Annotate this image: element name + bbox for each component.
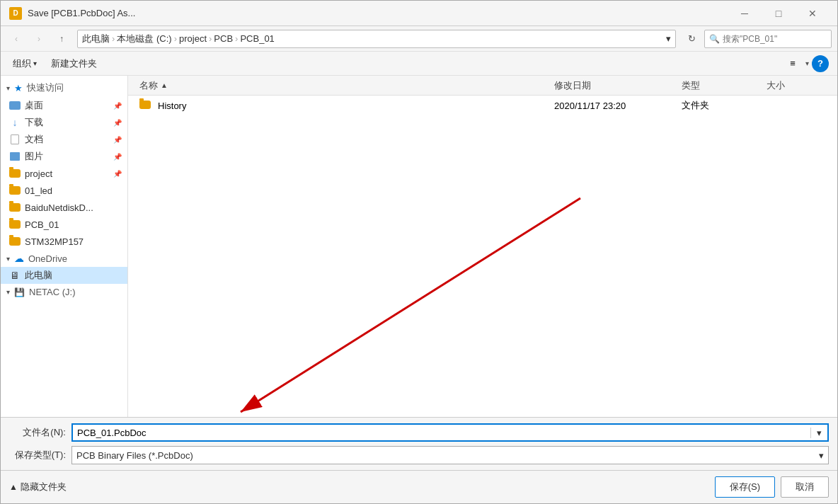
title-bar: D Save [PCB1.PcbDoc] As... ─ □ ✕: [1, 1, 837, 26]
breadcrumb-project[interactable]: project: [179, 33, 207, 44]
col-header-name[interactable]: 名称 ▲: [134, 79, 549, 92]
file-rows: History 2020/11/17 23:20 文件夹: [128, 96, 837, 417]
col-name-label: 名称: [139, 79, 158, 92]
filename-row: 文件名(N): ▾: [9, 423, 829, 442]
sidebar-item-baidu[interactable]: BaiduNetdiskD...: [1, 199, 127, 216]
organize-button[interactable]: 组织 ▾: [9, 55, 40, 72]
filename-label: 文件名(N):: [9, 426, 66, 439]
folder-history-icon: [139, 101, 154, 111]
chevron-up-icon: ▲: [9, 482, 18, 492]
filetype-dropdown-arrow: ▾: [819, 450, 824, 461]
search-box[interactable]: 🔍: [704, 30, 832, 48]
sidebar-item-desktop[interactable]: 桌面 📌: [1, 97, 127, 114]
quick-access-header[interactable]: ▾ ★ 快速访问: [1, 79, 127, 97]
onedrive-header[interactable]: ▾ ☁ OneDrive: [1, 250, 127, 267]
cancel-button[interactable]: 取消: [781, 476, 829, 498]
sidebar-image-label: 图片: [25, 150, 43, 163]
maximize-button[interactable]: □: [762, 4, 795, 23]
filename-dropdown-arrow[interactable]: ▾: [810, 428, 827, 438]
minimize-button[interactable]: ─: [728, 4, 761, 23]
new-folder-button[interactable]: 新建文件夹: [46, 55, 102, 72]
bottom-bar: 文件名(N): ▾ 保存类型(T): PCB Binary Files (*.P…: [1, 417, 837, 470]
footer-buttons: 保存(S) 取消: [715, 476, 829, 498]
pin-icon-download: 📌: [113, 119, 122, 127]
refresh-button[interactable]: ↻: [682, 30, 701, 48]
netac-chevron: ▾: [6, 288, 10, 296]
filetype-label: 保存类型(T):: [9, 449, 66, 462]
sidebar-item-download[interactable]: ↓ 下载 📌: [1, 114, 127, 131]
sidebar: ▾ ★ 快速访问 桌面 📌 ↓ 下载 📌: [1, 76, 128, 417]
footer-bar: ▲ 隐藏文件夹 保存(S) 取消: [1, 470, 837, 503]
pin-icon-image: 📌: [113, 153, 122, 161]
folder-01led-icon: [9, 185, 21, 196]
back-button[interactable]: ‹: [6, 30, 26, 48]
download-icon: ↓: [9, 117, 21, 128]
sidebar-document-label: 文档: [25, 133, 43, 146]
filename-input[interactable]: [73, 428, 810, 438]
folder-pcb01-icon: [9, 219, 21, 230]
sidebar-item-pcb01[interactable]: PCB_01: [1, 216, 127, 233]
search-input[interactable]: [723, 34, 827, 44]
sidebar-download-label: 下载: [25, 116, 43, 129]
sidebar-item-01led[interactable]: 01_led: [1, 182, 127, 199]
up-button[interactable]: ↑: [52, 30, 71, 48]
netac-header[interactable]: ▾ 💾 NETAC (J:): [1, 284, 127, 300]
action-bar: 组织 ▾ 新建文件夹 ≡ ▾ ?: [1, 52, 837, 76]
filetype-value: PCB Binary Files (*.PcbDoc): [76, 450, 193, 461]
breadcrumb-pcb01[interactable]: PCB_01: [240, 33, 274, 44]
help-button[interactable]: ?: [812, 55, 829, 72]
close-button[interactable]: ✕: [796, 4, 829, 23]
pin-icon-desktop: 📌: [113, 102, 122, 110]
col-header-size[interactable]: 大小: [761, 79, 832, 92]
folder-baidu-icon: [9, 202, 21, 213]
pin-icon-project: 📌: [113, 170, 122, 178]
sidebar-item-computer[interactable]: 🖥 此电脑: [1, 267, 127, 284]
folder-stm32-icon: [9, 236, 21, 247]
netac-label: NETAC (J:): [29, 287, 75, 297]
onedrive-label: OneDrive: [28, 253, 67, 264]
col-header-type[interactable]: 类型: [676, 79, 761, 92]
organize-dropdown-icon: ▾: [33, 59, 37, 67]
table-row[interactable]: History 2020/11/17 23:20 文件夹: [128, 96, 837, 115]
save-button[interactable]: 保存(S): [715, 476, 775, 498]
col-header-date[interactable]: 修改日期: [549, 79, 676, 92]
breadcrumb-drive[interactable]: 本地磁盘 (C:): [117, 33, 171, 45]
breadcrumb-computer[interactable]: 此电脑: [82, 33, 110, 45]
onedrive-chevron: ▾: [6, 255, 10, 263]
file-type: 文件夹: [676, 99, 761, 112]
forward-button[interactable]: ›: [29, 30, 49, 48]
breadcrumb-pcb[interactable]: PCB: [214, 33, 233, 44]
breadcrumb[interactable]: 此电脑 › 本地磁盘 (C:) › project › PCB › PCB_01…: [77, 30, 676, 48]
filename-input-container: ▾: [71, 423, 829, 442]
filetype-select[interactable]: PCB Binary Files (*.PcbDoc) ▾: [71, 446, 829, 464]
sidebar-item-image[interactable]: 图片 📌: [1, 148, 127, 165]
sidebar-01led-label: 01_led: [25, 185, 52, 196]
hide-files-label: 隐藏文件夹: [21, 481, 67, 493]
sidebar-item-stm32[interactable]: STM32MP157: [1, 233, 127, 250]
quick-access-star-icon: ★: [14, 83, 23, 93]
document-icon: [9, 134, 21, 145]
file-date: 2020/11/17 23:20: [549, 101, 676, 111]
sidebar-item-document[interactable]: 文档 📌: [1, 131, 127, 148]
quick-access-chevron: ▾: [6, 84, 10, 92]
sidebar-pcb01-label: PCB_01: [25, 219, 59, 230]
onedrive-icon: ☁: [14, 253, 24, 264]
sidebar-item-project[interactable]: project 📌: [1, 165, 127, 182]
view-dropdown-icon[interactable]: ▾: [805, 59, 809, 67]
sidebar-baidu-label: BaiduNetdiskD...: [25, 202, 93, 213]
folder-project-icon: [9, 168, 21, 179]
desktop-icon: [9, 100, 21, 111]
image-icon: [9, 151, 21, 162]
dialog-title: Save [PCB1.PcbDoc] As...: [28, 8, 135, 18]
filetype-row: 保存类型(T): PCB Binary Files (*.PcbDoc) ▾: [9, 446, 829, 464]
pin-icon-document: 📌: [113, 136, 122, 144]
file-list-header: 名称 ▲ 修改日期 类型 大小: [128, 76, 837, 96]
sidebar-computer-label: 此电脑: [25, 269, 52, 282]
view-toggle-button[interactable]: ≡: [783, 55, 803, 72]
quick-access-label: 快速访问: [27, 81, 64, 94]
navigation-toolbar: ‹ › ↑ 此电脑 › 本地磁盘 (C:) › project › PCB › …: [1, 26, 837, 52]
hide-files-button[interactable]: ▲ 隐藏文件夹: [9, 481, 67, 493]
new-folder-label: 新建文件夹: [51, 58, 97, 69]
computer-icon: 🖥: [9, 270, 21, 281]
file-name: History: [158, 101, 186, 111]
